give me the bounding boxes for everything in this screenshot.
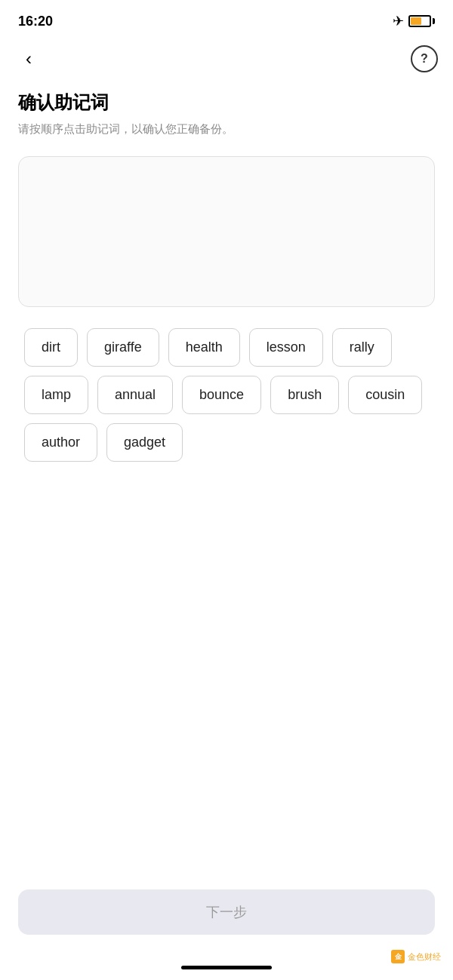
battery-icon [408, 15, 435, 27]
watermark: 金 金色财经 [391, 950, 441, 963]
word-chip-author[interactable]: author [24, 423, 97, 462]
watermark-icon: 金 [391, 950, 405, 963]
next-button-container: 下一步 [18, 889, 435, 935]
status-bar: 16:20 ✈ [0, 0, 453, 39]
home-indicator [181, 966, 272, 969]
next-button[interactable]: 下一步 [18, 889, 435, 935]
word-chip-bounce[interactable]: bounce [182, 376, 261, 414]
word-chip-rally[interactable]: rally [332, 328, 392, 367]
word-chip-cousin[interactable]: cousin [348, 376, 422, 414]
help-button[interactable]: ? [411, 45, 438, 72]
word-chip-gadget[interactable]: gadget [106, 423, 183, 462]
main-content: 确认助记词 请按顺序点击助记词，以确认您正确备份。 dirtgiraffehea… [0, 78, 453, 474]
word-chip-lamp[interactable]: lamp [24, 376, 88, 414]
nav-bar: ‹ ? [0, 39, 453, 78]
page-subtitle: 请按顺序点击助记词，以确认您正确备份。 [18, 121, 435, 138]
page-title: 确认助记词 [18, 91, 435, 115]
word-chip-annual[interactable]: annual [97, 376, 173, 414]
word-chip-dirt[interactable]: dirt [24, 328, 78, 367]
word-chip-brush[interactable]: brush [270, 376, 339, 414]
word-chip-health[interactable]: health [168, 328, 240, 367]
word-chip-lesson[interactable]: lesson [249, 328, 323, 367]
status-time: 16:20 [18, 14, 53, 29]
status-icons: ✈ [393, 13, 435, 29]
watermark-text: 金色财经 [408, 951, 441, 963]
airplane-icon: ✈ [393, 13, 404, 29]
answer-area [18, 156, 435, 307]
words-section: dirtgiraffehealthlessonrallylampannualbo… [18, 328, 435, 462]
word-chip-giraffe[interactable]: giraffe [87, 328, 159, 367]
back-button[interactable]: ‹ [15, 45, 42, 72]
